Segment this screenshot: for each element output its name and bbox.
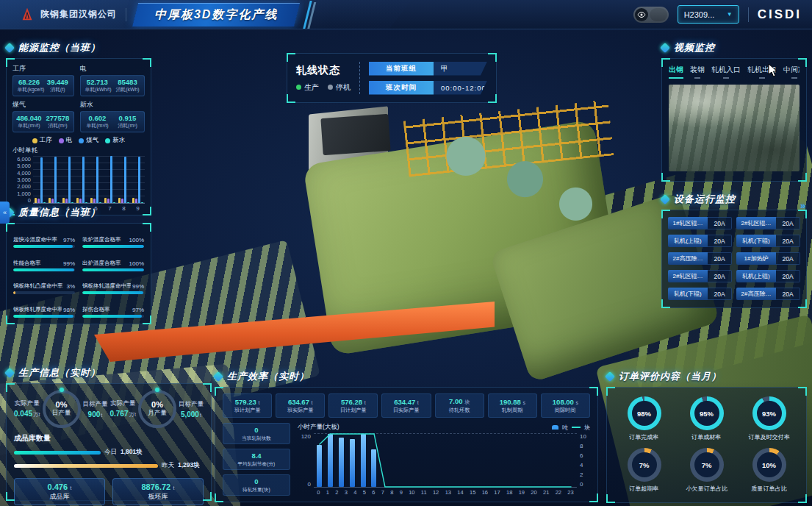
- quality-percent: 99%: [63, 260, 75, 267]
- quality-item: 超快冷温度命中率97%: [13, 229, 75, 248]
- device-name-chip: 2#轧区辊…: [668, 270, 708, 282]
- scene-tower-equipment: [320, 114, 390, 155]
- progress-bar: [82, 315, 144, 318]
- metric-box: 68.226单耗(kgce/t) 39.449消耗(t): [12, 75, 74, 96]
- legend-item: 电: [59, 136, 73, 145]
- stat-card: 634.47 t日实际产量: [381, 393, 431, 418]
- yesterday-stock-bar: [14, 464, 158, 468]
- metric-name: 新水: [80, 100, 145, 110]
- header-controls: H2309... ▼ CISDI: [633, 5, 802, 24]
- video-tab-4[interactable]: 轧机出口: [747, 65, 777, 79]
- shift-ribbon: 当前班组 甲: [369, 62, 487, 76]
- metric-value: 0.602: [84, 114, 111, 122]
- video-tab-2[interactable]: 装钢: [690, 65, 705, 79]
- progress-bar: [82, 245, 144, 248]
- quality-info-panel: 质量信息（当班） 超快冷温度命中率97% 装炉温度合格率100% 性能合格率99…: [6, 206, 151, 324]
- diamond-icon: [605, 371, 615, 382]
- visibility-toggle[interactable]: [633, 7, 669, 23]
- device-row: 1#加热炉20A: [736, 252, 800, 265]
- video-monitor-panel: 视频监控 出钢 装钢 轧机入口 轧机出口 中间冷 电动辊: [661, 41, 807, 182]
- left-edge-collapse-tab[interactable]: «: [0, 202, 10, 224]
- efficiency-side-stats: 0当班轧制块数 8.4平均轧制节奏(分) 0待轧坯量(块): [223, 423, 290, 496]
- energy-metrics: 工序 68.226单耗(kgce/t) 39.449消耗(t) 电 52.713…: [12, 63, 145, 132]
- chevron-down-icon: ▼: [727, 11, 733, 18]
- metric-value: 39.449: [45, 78, 71, 86]
- device-name-chip: 2#轧区辊…: [736, 217, 776, 229]
- quality-label: 钢板终轧凸度命中率: [13, 282, 63, 290]
- device-current-value: 20A: [776, 252, 800, 265]
- kpi-label: 订单及时交付率: [748, 433, 790, 441]
- header-divider-2: [748, 7, 749, 22]
- diamond-icon: [213, 371, 223, 382]
- chart-y-axis-title: 小时单耗: [12, 146, 145, 155]
- video-tab-5[interactable]: 中间冷: [783, 65, 800, 79]
- right-axis-ticks: 1086420: [577, 433, 590, 496]
- kpi-label: 订单成材率: [691, 433, 721, 441]
- quality-label: 超快冷温度命中率: [13, 236, 57, 243]
- quality-label: 探伤合格率: [82, 306, 110, 313]
- stat-card: 190.88 s轧制周期: [488, 393, 537, 418]
- app-title-plate: 中厚板3D数字化产线: [132, 3, 300, 26]
- video-tab-1[interactable]: 出钢: [669, 65, 683, 79]
- quality-item: 钢板终轧厚度命中率98%: [13, 299, 75, 318]
- progress-bar: [82, 268, 144, 271]
- kpi-label: 订单完成率: [629, 433, 658, 441]
- line-status-title: 轧线状态: [296, 64, 351, 77]
- quality-label: 出炉温度合格率: [82, 260, 121, 267]
- shift-label: 当前班组: [369, 62, 434, 76]
- energy-metric: 煤气 486.040单耗(m³/t) 277578消耗(m³): [12, 99, 74, 132]
- panel-expand-arrow[interactable]: »: [800, 200, 805, 211]
- panel-body: 工序 68.226单耗(kgce/t) 39.449消耗(t) 电 52.713…: [6, 58, 151, 215]
- heat-number-dropdown[interactable]: H2309... ▼: [678, 5, 739, 24]
- panel-title: 生产信息（实时）: [18, 366, 101, 380]
- energy-metric: 工序 68.226单耗(kgce/t) 39.449消耗(t): [12, 63, 74, 96]
- daily-progress-donut: 0%日产量: [43, 390, 81, 428]
- quality-label: 性能合格率: [13, 260, 41, 267]
- daily-actual: 实际产量 0.045万t: [14, 399, 40, 418]
- line-status-panel: 轧线状态 生产 停机 当前班组 甲 班次时间 00:00-12:00: [287, 53, 497, 103]
- stock-yesterday-row: 昨天 1,293块: [14, 461, 204, 470]
- metric-name: 工序: [12, 64, 74, 74]
- status-legend: 生产 停机: [296, 82, 351, 93]
- quality-percent: 100%: [129, 237, 144, 243]
- panel-title: 能源监控（当班）: [18, 41, 101, 54]
- panel-title: 订单评价内容（当月）: [619, 370, 722, 383]
- kpi-donut: 98%: [628, 396, 661, 430]
- production-info-panel: 生产信息（实时） 实际产量 0.045万t 0%日产量 目标产量 900t 实际…: [6, 366, 212, 501]
- metric-label: 单耗(kWh/t): [85, 86, 109, 93]
- side-stat: 0当班轧制块数: [223, 423, 290, 444]
- app-header: 陕钢集团汉钢公司 中厚板3D数字化产线 H2309... ▼ CISDI: [0, 0, 812, 29]
- metric-value: 0.915: [114, 114, 141, 122]
- stat-card: 579.23 t班计划产量: [223, 393, 272, 418]
- device-current-value: 20A: [776, 288, 800, 300]
- device-name-chip: 轧机(上辊): [668, 235, 708, 247]
- device-current-value: 20A: [776, 270, 800, 282]
- diamond-icon: [4, 43, 15, 53]
- metric-value: 68.226: [16, 78, 42, 86]
- stat-card: 108.00 s间隙时间: [541, 393, 590, 418]
- panel-body: 出钢 装钢 轧机入口 轧机出口 中间冷 电动辊: [661, 58, 807, 182]
- metric-label: 单耗(kgce/t): [17, 86, 40, 93]
- legend-production: 生产: [296, 82, 319, 93]
- order-evaluation-panel: 订单评价内容（当月） 98%订单完成率 95%订单成材率 93%订单及时交付率 …: [606, 370, 807, 503]
- monthly-progress-donut: 0%月产量: [138, 390, 176, 428]
- quality-percent: 100%: [129, 260, 144, 267]
- line-legend-icon: [572, 427, 581, 428]
- device-name-chip: 1#轧区辊…: [668, 217, 708, 229]
- efficiency-stat-cards: 579.23 t班计划产量 634.67 t班实际产量 576.28 t日计划产…: [223, 393, 590, 418]
- device-row: 2#轧区辊…20A: [668, 270, 732, 282]
- progress-bar: [13, 245, 75, 248]
- video-tab-3[interactable]: 轧机入口: [711, 65, 741, 79]
- legend-item: 工序: [32, 136, 52, 145]
- panel-body: 98%订单完成率 95%订单成材率 93%订单及时交付率 7%订单超期率 7%小…: [606, 387, 807, 503]
- energy-metric: 电 52.713单耗(kWh/t) 85483消耗(kWh): [80, 63, 145, 96]
- slab-warehouse-card: 8876.72 t 板坯库: [112, 478, 204, 505]
- video-feed[interactable]: [669, 85, 800, 171]
- metric-box: 0.602单耗(m³/t) 0.915消耗(m³): [80, 111, 145, 132]
- monthly-actual: 实际产量 0.767万t: [109, 399, 136, 418]
- device-row: 1#轧区辊…20A: [668, 217, 732, 229]
- chart-legend: 工序 电 煤气 新水: [12, 136, 145, 145]
- panel-title: 质量信息（当班）: [18, 206, 101, 219]
- legend-dot: [105, 138, 110, 143]
- panel-title: 设备运行监控: [674, 193, 736, 206]
